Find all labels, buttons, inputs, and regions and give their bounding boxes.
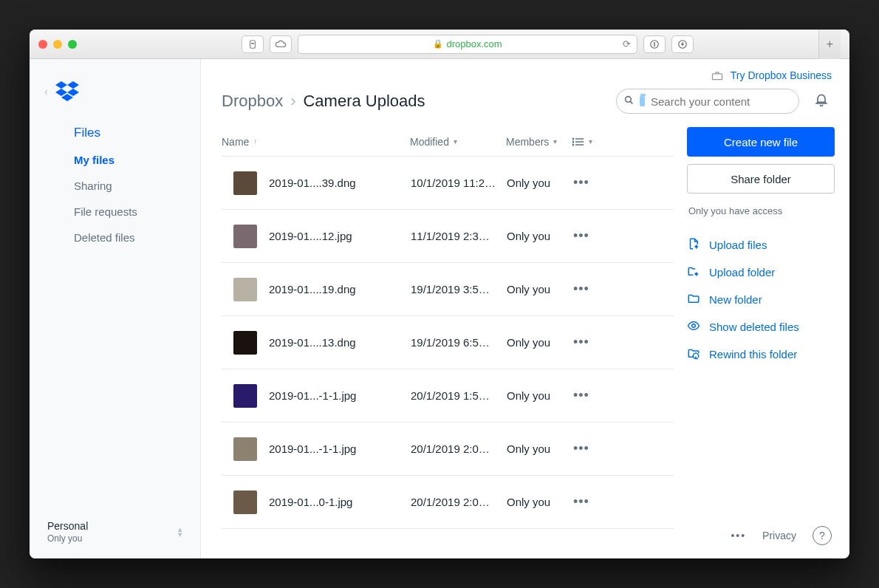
sidebar-header: ‹ (30, 81, 200, 117)
file-row[interactable]: 2019-01....19.dng19/1/2019 3:5…Only you•… (222, 263, 674, 316)
file-thumbnail (233, 278, 257, 301)
dropbox-logo-icon[interactable] (55, 81, 79, 102)
file-thumbnail (233, 331, 257, 355)
maximize-window-button[interactable] (68, 40, 77, 49)
share-folder-button[interactable]: Share folder (687, 164, 835, 194)
sort-asc-icon: ↑ (253, 137, 257, 146)
file-modified: 19/1/2019 6:5… (411, 336, 507, 349)
notifications-button[interactable] (814, 92, 829, 111)
eye-action[interactable]: Show deleted files (687, 319, 832, 335)
column-modified[interactable]: Modified ▾ (410, 136, 506, 148)
url-host: dropbox.com (446, 38, 502, 49)
file-row[interactable]: 2019-01...0-1.jpg20/1/2019 2:0…Only you•… (222, 476, 674, 529)
folder-filter-icon[interactable] (640, 96, 645, 106)
account-access: Only you (47, 533, 88, 544)
svg-rect-0 (250, 40, 256, 48)
minimize-window-button[interactable] (53, 40, 62, 49)
quick-actions: Upload filesUpload folderNew folderShow … (687, 237, 832, 362)
file-more-button[interactable]: ••• (573, 175, 589, 191)
file-row[interactable]: 2019-01....39.dng10/1/2019 11:2…Only you… (222, 157, 674, 210)
create-new-file-button[interactable]: Create new file (687, 127, 835, 157)
file-modified: 19/1/2019 3:5… (411, 283, 507, 295)
new-tab-button[interactable]: + (818, 30, 841, 59)
file-name: 2019-01...-1-1.jpg (269, 442, 411, 455)
view-options[interactable]: ▾ (572, 137, 592, 146)
file-more-button[interactable]: ••• (573, 228, 589, 244)
try-business-link[interactable]: Try Dropbox Business (731, 69, 832, 81)
svg-point-12 (572, 138, 574, 140)
svg-marker-5 (55, 81, 67, 89)
file-name: 2019-01....19.dng (269, 283, 411, 295)
search-input[interactable] (651, 95, 791, 108)
file-more-button[interactable]: ••• (573, 281, 589, 297)
file-thumbnail (233, 225, 257, 248)
account-switcher[interactable]: Personal Only you ▴▾ (30, 505, 200, 558)
downloads-button[interactable] (671, 35, 694, 53)
sidebar: ‹ Files My filesSharingFile requestsDele… (30, 59, 201, 558)
promo-bar: Try Dropbox Business (201, 59, 849, 81)
breadcrumb: Dropbox › Camera Uploads (222, 92, 425, 111)
column-name[interactable]: Name ↑ (222, 136, 410, 148)
browser-window: 🔒 dropbox.com ⟳ + ‹ Files My filesSharin (30, 30, 849, 558)
search-box[interactable] (616, 89, 799, 114)
file-list-area: Name ↑ Modified ▾ Members ▾ (201, 127, 678, 558)
file-members: Only you (507, 389, 573, 402)
privacy-report-button[interactable] (242, 35, 264, 53)
caret-down-icon: ▾ (553, 137, 557, 146)
icloud-tabs-button[interactable] (270, 35, 292, 53)
rewind-icon (687, 346, 700, 362)
file-more-button[interactable]: ••• (573, 335, 589, 350)
breadcrumb-current: Camera Uploads (303, 92, 425, 111)
access-note: Only you have access (688, 205, 832, 216)
sidebar-section-title[interactable]: Files (30, 117, 200, 154)
upload-file-action[interactable]: Upload files (687, 237, 832, 253)
briefcase-icon (711, 69, 726, 81)
more-icon[interactable]: ••• (731, 530, 746, 541)
refresh-icon[interactable]: ⟳ (623, 38, 631, 49)
file-row[interactable]: 2019-01...-1-1.jpg20/1/2019 2:0…Only you… (222, 423, 674, 476)
new-folder-action[interactable]: New folder (687, 292, 832, 307)
titlebar: 🔒 dropbox.com ⟳ + (30, 30, 849, 59)
file-name: 2019-01...0-1.jpg (269, 496, 411, 508)
svg-marker-7 (55, 89, 67, 96)
sidebar-item-deleted-files[interactable]: Deleted files (74, 231, 200, 244)
privacy-link[interactable]: Privacy (762, 530, 796, 541)
svg-point-13 (572, 141, 574, 143)
onepassword-button[interactable] (643, 35, 666, 53)
file-members: Only you (507, 442, 573, 455)
file-modified: 11/1/2019 2:3… (411, 230, 507, 242)
sidebar-item-my-files[interactable]: My files (74, 154, 200, 166)
help-button[interactable]: ? (813, 526, 832, 545)
sidebar-collapse-icon[interactable]: ‹ (44, 86, 48, 98)
account-name: Personal (47, 520, 88, 532)
file-row[interactable]: 2019-01....13.dng19/1/2019 6:5…Only you•… (222, 316, 674, 369)
upload-folder-icon (687, 264, 700, 280)
column-members[interactable]: Members ▾ (506, 136, 572, 148)
close-window-button[interactable] (38, 40, 47, 49)
file-more-button[interactable]: ••• (573, 441, 589, 457)
list-view-icon (572, 137, 584, 146)
file-members: Only you (507, 230, 573, 242)
file-thumbnail (233, 171, 257, 195)
file-more-button[interactable]: ••• (573, 494, 589, 510)
file-row[interactable]: 2019-01...-1-1.jpg20/1/2019 1:5…Only you… (222, 369, 674, 423)
right-panel: Create new file Share folder Only you ha… (678, 127, 849, 558)
svg-point-15 (692, 324, 696, 328)
sidebar-item-file-requests[interactable]: File requests (74, 205, 200, 218)
address-bar[interactable]: 🔒 dropbox.com ⟳ (298, 35, 637, 54)
svg-marker-9 (61, 94, 73, 101)
list-header: Name ↑ Modified ▾ Members ▾ (222, 127, 674, 157)
file-more-button[interactable]: ••• (573, 388, 589, 403)
file-modified: 10/1/2019 11:2… (411, 177, 507, 189)
upload-folder-action[interactable]: Upload folder (687, 264, 832, 280)
rewind-action[interactable]: Rewind this folder (687, 346, 832, 362)
file-name: 2019-01....12.jpg (269, 230, 411, 242)
sidebar-item-sharing[interactable]: Sharing (74, 180, 200, 192)
breadcrumb-root[interactable]: Dropbox (222, 92, 283, 111)
svg-point-2 (253, 43, 254, 44)
file-row[interactable]: 2019-01....12.jpg11/1/2019 2:3…Only you•… (222, 210, 674, 263)
eye-icon (687, 319, 700, 335)
file-members: Only you (507, 496, 573, 508)
search-icon (624, 95, 634, 107)
topbar: Dropbox › Camera Uploads (201, 81, 849, 127)
